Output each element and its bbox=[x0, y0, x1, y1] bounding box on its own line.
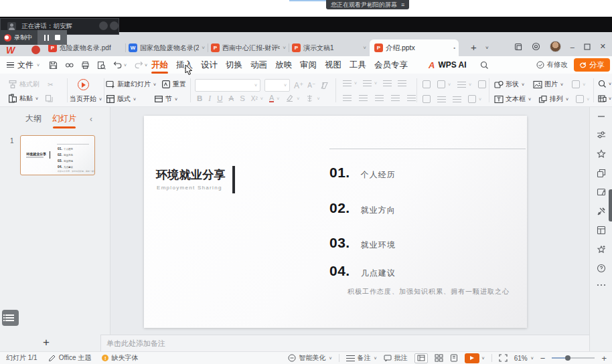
cut-icon[interactable]: ✂ bbox=[48, 81, 53, 88]
wps-logo[interactable]: W bbox=[6, 45, 15, 56]
save-icon[interactable] bbox=[49, 61, 58, 70]
slide-thumbnail[interactable]: 环境就业分享 01.个人经历 02.就业方向 03.就业环境 04.几点建议 积… bbox=[20, 135, 95, 175]
theme-button[interactable]: Office 主题 bbox=[48, 353, 92, 363]
zoom-slider-knob[interactable] bbox=[565, 355, 570, 361]
textbox-button[interactable]: 文本框˅ bbox=[494, 94, 531, 104]
help-icon[interactable] bbox=[597, 264, 606, 273]
overlay-controls[interactable] bbox=[99, 21, 119, 30]
agenda-item-4[interactable]: 04.几点建议 bbox=[329, 263, 396, 279]
design-icon[interactable] bbox=[597, 187, 606, 197]
play-from-page-icon[interactable] bbox=[78, 79, 89, 90]
font-color-button[interactable]: A˅ bbox=[269, 94, 279, 102]
shadow-button[interactable]: S bbox=[240, 94, 245, 102]
file-menu-button[interactable]: 文件 ˅ bbox=[7, 56, 40, 74]
tab-dropdown-icon[interactable]: ˅ bbox=[283, 45, 287, 51]
chart-button[interactable]: ˅ bbox=[572, 80, 585, 88]
notes-bar[interactable]: 单击此处添加备注 bbox=[100, 335, 589, 351]
wps-ai-button[interactable]: A WPS AI bbox=[429, 56, 467, 74]
zoom-in-button[interactable]: + bbox=[601, 353, 607, 363]
italic-button[interactable]: I bbox=[208, 94, 211, 102]
missing-font-warning[interactable]: ! 缺失字体 bbox=[102, 353, 138, 363]
menu-view[interactable]: 视图 bbox=[325, 57, 341, 74]
slideshow-play-button[interactable] bbox=[465, 353, 479, 363]
reading-view-icon[interactable] bbox=[450, 354, 458, 362]
normal-view-button[interactable] bbox=[414, 353, 428, 363]
menu-animation[interactable]: 动画 bbox=[250, 57, 267, 74]
screenshare-menu-icon[interactable]: ≡ bbox=[401, 1, 404, 8]
menu-slideshow[interactable]: 放映 bbox=[275, 57, 292, 74]
slide-title[interactable]: 环境就业分享 bbox=[156, 167, 226, 183]
new-tab-button[interactable]: + bbox=[471, 41, 477, 53]
maximize-button[interactable] bbox=[584, 43, 591, 50]
text-direction-icon[interactable]: ˅ bbox=[437, 80, 451, 88]
shapes-button[interactable]: 形状˅ bbox=[494, 80, 524, 89]
line-spacing-icon[interactable]: ˅ bbox=[457, 82, 471, 88]
decrease-indent-icon[interactable] bbox=[383, 80, 392, 86]
paste-button[interactable]: 粘贴˅ bbox=[8, 94, 38, 103]
zoom-slider[interactable] bbox=[552, 357, 595, 359]
modified-status[interactable]: 有修改 bbox=[536, 60, 568, 70]
font-size-select[interactable]: ˅ bbox=[264, 79, 290, 92]
properties-icon[interactable] bbox=[597, 130, 606, 140]
new-slide-button[interactable]: 新建幻灯片˅ bbox=[106, 80, 156, 89]
tab-document-active[interactable]: P 介绍.pptx • bbox=[370, 39, 459, 56]
scrollbar-handle[interactable] bbox=[609, 189, 612, 221]
tab-document-2[interactable]: W 国家危险废物名录(2 ˅ bbox=[126, 39, 208, 56]
add-slide-button[interactable]: + bbox=[43, 336, 50, 349]
menu-member[interactable]: 会员专享 bbox=[374, 57, 408, 74]
arrange-button[interactable]: 排列˅ bbox=[538, 94, 568, 104]
copy-icon[interactable] bbox=[45, 94, 54, 103]
redo-dropdown-icon[interactable]: ˅ bbox=[145, 63, 147, 68]
para-settings-icon[interactable]: ˅ bbox=[468, 95, 481, 103]
overlay-list-badge[interactable] bbox=[2, 310, 19, 326]
agenda-item-2[interactable]: 02.就业方向 bbox=[329, 200, 396, 216]
bold-button[interactable]: B bbox=[197, 94, 202, 102]
align-left-icon[interactable] bbox=[343, 95, 352, 101]
window-panes-icon[interactable] bbox=[598, 94, 607, 103]
menu-review[interactable]: 审阅 bbox=[300, 57, 317, 74]
search-icon[interactable] bbox=[480, 61, 489, 70]
notes-toggle-button[interactable]: 备注˅ bbox=[346, 353, 377, 363]
pause-recording-button[interactable] bbox=[44, 35, 49, 41]
align-justify-icon[interactable] bbox=[391, 95, 400, 101]
slides-tab[interactable]: 幻灯片 bbox=[52, 113, 76, 124]
print-preview-icon[interactable] bbox=[97, 61, 106, 70]
highlight-color-button[interactable]: ˅ bbox=[285, 94, 299, 102]
text-effects-button[interactable]: ˅ bbox=[305, 94, 319, 102]
media-button[interactable]: ˅ bbox=[576, 95, 589, 103]
align-center-icon[interactable] bbox=[359, 95, 368, 101]
slide-sorter-view-icon[interactable] bbox=[435, 354, 443, 362]
user-avatar[interactable] bbox=[550, 41, 561, 52]
align-right-icon[interactable] bbox=[375, 95, 384, 101]
toolbox-icon[interactable] bbox=[597, 207, 606, 216]
slide-caption[interactable]: 积极工作态度、加强知识积累、拥有一颗进取之心 bbox=[318, 287, 539, 296]
font-family-select[interactable]: ˅ bbox=[195, 79, 260, 92]
minimize-button[interactable]: – bbox=[570, 43, 575, 51]
superscript-button[interactable]: X²˅ bbox=[251, 95, 263, 102]
skin-icon[interactable] bbox=[532, 42, 540, 51]
layout-button[interactable]: 版式˅ bbox=[106, 94, 136, 104]
comments-button[interactable]: 批注 bbox=[384, 353, 408, 363]
agenda-item-3[interactable]: 03.就业环境 bbox=[329, 235, 396, 251]
layers-icon[interactable] bbox=[597, 169, 606, 178]
tab-document-4[interactable]: P 演示文稿1 ˅ bbox=[289, 39, 370, 56]
tab-document-3[interactable]: P 西南中心汇报-财评中 ˅ bbox=[208, 39, 289, 56]
menu-tools[interactable]: 工具 bbox=[350, 57, 366, 74]
output-icon[interactable] bbox=[65, 61, 74, 70]
collapse-panel-icon[interactable]: ‹ bbox=[90, 114, 92, 124]
para-spacing-icon[interactable] bbox=[437, 96, 446, 102]
reset-button[interactable]: 重置 bbox=[161, 80, 186, 89]
format-painter-button[interactable]: 格式刷 bbox=[8, 80, 40, 89]
star-icon[interactable] bbox=[597, 149, 606, 159]
numbered-list-button[interactable]: ˅ bbox=[363, 80, 377, 86]
panes-dropdown-icon[interactable]: ˅ bbox=[609, 96, 611, 101]
decrease-font-icon[interactable]: A⁻ bbox=[307, 82, 315, 89]
slideshow-dropdown-icon[interactable]: ˅ bbox=[482, 356, 485, 361]
zoom-out-button[interactable]: − bbox=[540, 353, 546, 363]
undo-icon[interactable] bbox=[113, 61, 123, 69]
share-button[interactable]: 分享 bbox=[574, 58, 610, 72]
close-button[interactable]: ✕ bbox=[600, 42, 606, 51]
section-button[interactable]: 节˅ bbox=[154, 94, 177, 104]
menu-design[interactable]: 设计 bbox=[201, 57, 218, 74]
print-icon[interactable] bbox=[81, 61, 90, 70]
